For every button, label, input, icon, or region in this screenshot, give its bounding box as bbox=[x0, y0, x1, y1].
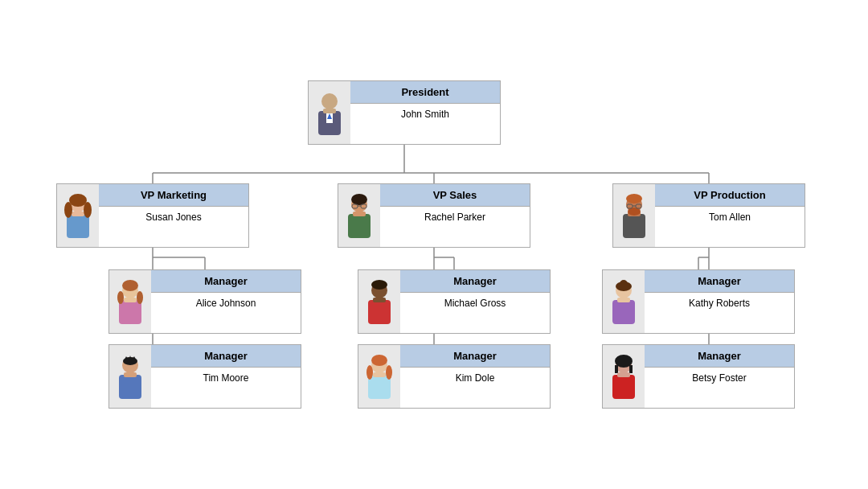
node-title-mgr-kathy: Manager bbox=[645, 270, 794, 293]
node-info-mgr-kim: Manager Kim Dole bbox=[400, 345, 550, 408]
svg-rect-62 bbox=[612, 300, 635, 324]
avatar-mgr-kathy bbox=[603, 270, 645, 333]
svg-point-29 bbox=[69, 194, 87, 207]
avatar-vp-sales bbox=[338, 184, 380, 247]
svg-rect-37 bbox=[353, 212, 366, 216]
svg-point-61 bbox=[616, 281, 632, 291]
svg-point-35 bbox=[351, 194, 367, 205]
node-name-mgr-kathy: Kathy Roberts bbox=[645, 293, 794, 314]
svg-point-42 bbox=[626, 194, 642, 203]
svg-rect-78 bbox=[629, 365, 633, 373]
node-vp-sales: VP Sales Rachel Parker bbox=[338, 183, 530, 248]
node-name-mgr-betsy: Betsy Foster bbox=[645, 368, 794, 388]
node-mgr-alice: Manager Alice Johnson bbox=[108, 269, 301, 334]
avatar-mgr-tim bbox=[109, 345, 151, 408]
node-name-mgr-alice: Alice Johnson bbox=[151, 293, 301, 314]
node-title-mgr-kim: Manager bbox=[400, 345, 550, 368]
avatar-mgr-kim bbox=[358, 345, 400, 408]
svg-point-70 bbox=[371, 355, 387, 366]
svg-rect-67 bbox=[119, 375, 141, 399]
node-title-mgr-tim: Manager bbox=[151, 345, 301, 368]
svg-rect-68 bbox=[124, 372, 137, 377]
node-mgr-michael: Manager Michael Gross bbox=[358, 269, 551, 334]
node-info-mgr-alice: Manager Alice Johnson bbox=[151, 270, 301, 333]
svg-point-50 bbox=[122, 280, 138, 291]
svg-rect-79 bbox=[612, 375, 635, 399]
svg-rect-30 bbox=[67, 214, 89, 238]
node-info-vp-production: VP Production Tom Allen bbox=[655, 184, 805, 247]
svg-rect-57 bbox=[368, 300, 391, 324]
node-info-mgr-betsy: Manager Betsy Foster bbox=[645, 345, 794, 408]
svg-point-23 bbox=[321, 93, 338, 109]
svg-point-73 bbox=[366, 365, 373, 380]
node-info-president: President John Smith bbox=[350, 81, 500, 144]
node-title-mgr-michael: Manager bbox=[400, 270, 550, 293]
svg-point-56 bbox=[371, 280, 387, 290]
node-mgr-kim: Manager Kim Dole bbox=[358, 344, 551, 409]
avatar-vp-marketing bbox=[57, 184, 99, 247]
node-mgr-kathy: Manager Kathy Roberts bbox=[602, 269, 795, 334]
svg-rect-52 bbox=[124, 298, 137, 302]
node-mgr-tim: Manager Tim Moore bbox=[108, 344, 301, 409]
node-info-vp-sales: VP Sales Rachel Parker bbox=[380, 184, 530, 247]
avatar-vp-production bbox=[613, 184, 655, 247]
svg-rect-27 bbox=[323, 109, 336, 113]
node-name-vp-production: Tom Allen bbox=[655, 207, 805, 228]
node-name-vp-marketing: Susan Jones bbox=[99, 207, 248, 228]
node-info-vp-marketing: VP Marketing Susan Jones bbox=[99, 184, 248, 247]
node-title-mgr-alice: Manager bbox=[151, 270, 301, 293]
org-chart: President John Smith VP Marketing Susan … bbox=[0, 0, 868, 489]
avatar-mgr-michael bbox=[358, 270, 400, 333]
svg-rect-58 bbox=[373, 298, 386, 302]
node-title-vp-production: VP Production bbox=[655, 184, 805, 207]
avatar-mgr-betsy bbox=[603, 345, 645, 408]
svg-point-33 bbox=[84, 202, 92, 218]
svg-rect-63 bbox=[617, 298, 630, 302]
node-title-president: President bbox=[350, 81, 500, 104]
svg-point-54 bbox=[137, 291, 143, 304]
svg-point-74 bbox=[386, 365, 392, 380]
node-name-mgr-michael: Michael Gross bbox=[400, 293, 550, 314]
svg-rect-80 bbox=[617, 372, 630, 377]
svg-rect-51 bbox=[119, 300, 141, 324]
node-vp-production: VP Production Tom Allen bbox=[612, 183, 805, 248]
node-title-vp-sales: VP Sales bbox=[380, 184, 530, 207]
node-info-mgr-tim: Manager Tim Moore bbox=[151, 345, 301, 408]
node-info-mgr-kathy: Manager Kathy Roberts bbox=[645, 270, 794, 333]
node-name-vp-sales: Rachel Parker bbox=[380, 207, 530, 228]
node-info-mgr-michael: Manager Michael Gross bbox=[400, 270, 550, 333]
svg-rect-43 bbox=[623, 214, 645, 238]
svg-point-53 bbox=[117, 291, 124, 304]
node-title-mgr-betsy: Manager bbox=[645, 345, 794, 368]
avatar-president bbox=[309, 81, 350, 144]
svg-rect-31 bbox=[72, 212, 84, 216]
node-title-vp-marketing: VP Marketing bbox=[99, 184, 248, 207]
node-name-mgr-kim: Kim Dole bbox=[400, 368, 550, 388]
svg-rect-77 bbox=[615, 365, 618, 373]
avatar-mgr-alice bbox=[109, 270, 151, 333]
node-president: President John Smith bbox=[308, 80, 501, 145]
svg-point-66 bbox=[123, 357, 137, 365]
node-name-president: John Smith bbox=[350, 104, 500, 125]
svg-rect-36 bbox=[348, 214, 371, 238]
svg-rect-72 bbox=[373, 372, 386, 377]
node-vp-marketing: VP Marketing Susan Jones bbox=[56, 183, 249, 248]
node-name-mgr-tim: Tim Moore bbox=[151, 368, 301, 388]
node-mgr-betsy: Manager Betsy Foster bbox=[602, 344, 795, 409]
svg-point-32 bbox=[64, 202, 72, 218]
